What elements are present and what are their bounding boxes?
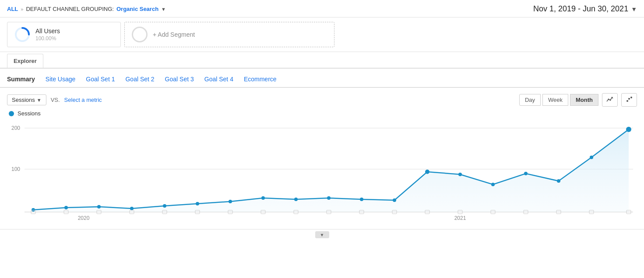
line-chart-icon-button[interactable] (602, 93, 618, 107)
scroll-bar-area: ▼ (0, 229, 644, 240)
sessions-legend: Sessions (7, 110, 637, 117)
svg-point-2 (610, 100, 611, 101)
sub-tab-goal-set-3[interactable]: Goal Set 3 (165, 73, 201, 87)
svg-point-29 (557, 179, 560, 183)
breadcrumb-separator: » (21, 7, 23, 12)
svg-point-20 (261, 196, 265, 200)
add-segment-icon (132, 27, 148, 42)
svg-point-31 (626, 127, 631, 132)
date-range-text: Nov 1, 2019 - Jun 30, 2021 (533, 4, 628, 14)
svg-point-14 (64, 206, 68, 209)
sub-tab-site-usage[interactable]: Site Usage (46, 73, 82, 87)
sessions-legend-label: Sessions (18, 110, 41, 117)
left-controls: Sessions ▼ VS. Select a metric (7, 94, 102, 105)
svg-point-30 (590, 156, 593, 159)
segment-info-all-users: All Users 100.00% (35, 28, 60, 42)
all-link[interactable]: ALL (7, 6, 18, 12)
svg-point-28 (524, 172, 528, 175)
svg-point-27 (491, 183, 495, 186)
breadcrumb: ALL » DEFAULT CHANNEL GROUPING: Organic … (7, 6, 166, 12)
explorer-tab-bar: Explorer (0, 54, 644, 69)
select-metric-link[interactable]: Select a metric (64, 97, 102, 103)
right-controls: Day Week Month (519, 93, 637, 107)
svg-point-1 (608, 99, 609, 100)
vs-text: VS. (51, 97, 60, 103)
svg-point-13 (32, 208, 35, 212)
svg-point-18 (196, 202, 199, 205)
sub-tabs: Summary Site Usage Goal Set 1 Goal Set 2… (0, 69, 644, 88)
channel-dropdown-arrow[interactable]: ▼ (161, 7, 166, 12)
chart-svg-wrapper: 200 100 (7, 120, 637, 222)
svg-point-21 (294, 198, 298, 201)
top-bar: ALL » DEFAULT CHANNEL GROUPING: Organic … (0, 0, 644, 17)
svg-text:100: 100 (11, 166, 20, 172)
segment-value-all-users: 100.00% (35, 35, 60, 42)
date-range-arrow[interactable]: ▼ (631, 6, 637, 13)
metric-select-label: Sessions (12, 97, 35, 103)
svg-text:2021: 2021 (454, 215, 466, 221)
svg-point-26 (458, 173, 462, 176)
explorer-tab[interactable]: Explorer (7, 54, 43, 68)
chart-controls: Sessions ▼ VS. Select a metric Day Week … (0, 88, 644, 110)
sub-tab-goal-set-1[interactable]: Goal Set 1 (86, 73, 122, 87)
svg-point-5 (628, 98, 630, 100)
svg-point-15 (97, 205, 101, 208)
svg-point-24 (393, 198, 396, 202)
svg-marker-12 (33, 129, 629, 212)
week-button[interactable]: Week (542, 94, 568, 106)
sub-tab-goal-set-2[interactable]: Goal Set 2 (125, 73, 161, 87)
segment-icon-all-users (14, 27, 30, 42)
svg-point-6 (630, 97, 632, 98)
svg-point-17 (163, 204, 166, 208)
metric-dropdown-arrow[interactable]: ▼ (37, 97, 42, 103)
svg-text:2020: 2020 (78, 215, 90, 221)
svg-point-3 (612, 97, 613, 98)
channel-grouping-label: DEFAULT CHANNEL GROUPING: (26, 6, 114, 12)
scroll-down-button[interactable]: ▼ (315, 231, 329, 238)
svg-point-25 (425, 170, 429, 174)
date-range[interactable]: Nov 1, 2019 - Jun 30, 2021 ▼ (533, 4, 637, 14)
svg-point-23 (360, 198, 363, 201)
svg-point-16 (130, 207, 134, 210)
add-segment-card[interactable]: + Add Segment (124, 22, 334, 47)
svg-point-4 (626, 100, 628, 102)
scatter-chart-icon-button[interactable] (621, 93, 637, 107)
sub-tab-goal-set-4[interactable]: Goal Set 4 (204, 73, 240, 87)
chart-svg: 200 100 (7, 120, 637, 221)
metric-select[interactable]: Sessions ▼ (7, 94, 46, 105)
add-segment-label: + Add Segment (153, 31, 195, 38)
chart-area: Sessions 200 100 (0, 110, 644, 229)
svg-point-19 (229, 200, 232, 203)
svg-text:200: 200 (11, 125, 20, 131)
day-button[interactable]: Day (519, 94, 541, 106)
sessions-legend-dot (9, 111, 14, 116)
segment-name-all-users: All Users (35, 28, 60, 35)
month-button[interactable]: Month (570, 94, 598, 106)
segment-card-all-users[interactable]: All Users 100.00% (7, 22, 121, 47)
sub-tab-summary[interactable]: Summary (7, 73, 42, 87)
sub-tab-ecommerce[interactable]: Ecommerce (244, 73, 284, 87)
channel-name[interactable]: Organic Search (116, 6, 158, 12)
segments-row: All Users 100.00% + Add Segment (0, 17, 644, 52)
svg-point-22 (327, 196, 331, 200)
